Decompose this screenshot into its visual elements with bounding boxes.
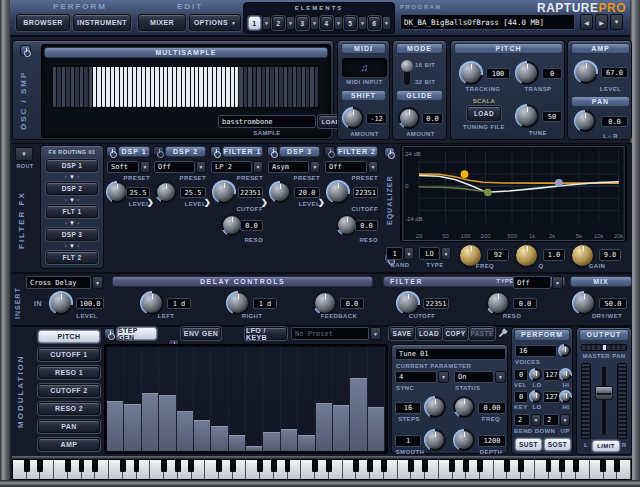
dsp2-level-value[interactable]: 25.5 — [180, 187, 206, 198]
multisample-key[interactable] — [182, 67, 185, 107]
equalizer-power-button[interactable] — [384, 147, 395, 158]
insert-filter-reso-knob[interactable] — [486, 291, 510, 315]
dsp3-preset-dropdown-icon[interactable]: ▼ — [310, 161, 320, 173]
eq-band-value[interactable]: 1 — [386, 247, 403, 260]
step-bar[interactable] — [281, 347, 298, 451]
piano-black-key[interactable] — [120, 460, 126, 472]
piano-black-key[interactable] — [518, 460, 524, 472]
piano-black-key[interactable] — [230, 460, 236, 472]
bend-down-dropdown-icon[interactable]: ▼ — [531, 414, 541, 426]
stepgen-name-field[interactable]: Tune 01 — [395, 348, 506, 360]
multisample-key[interactable] — [124, 67, 127, 107]
piano-black-key[interactable] — [79, 460, 85, 472]
stepgen-freq-knob[interactable] — [453, 396, 475, 418]
element-tab-5[interactable]: 5 — [344, 16, 357, 30]
multisample-key[interactable] — [284, 67, 287, 107]
voices-knob[interactable] — [558, 344, 571, 357]
multisample-key[interactable] — [239, 67, 242, 107]
element-6-dropdown-icon[interactable]: ▼ — [382, 16, 391, 30]
eq-band-dropdown-icon[interactable]: ▼ — [404, 247, 414, 260]
dsp1-preset-select[interactable]: Soft — [107, 161, 139, 173]
tab-env-gen[interactable]: ENV GEN — [181, 327, 221, 340]
multisample-key[interactable] — [191, 67, 194, 107]
amp-level-knob[interactable] — [574, 60, 598, 84]
multisample-key[interactable] — [186, 67, 189, 107]
eq-freq-value[interactable]: 92 — [487, 249, 509, 261]
element-5-dropdown-icon[interactable]: ▼ — [358, 16, 367, 30]
pitch-tune-knob[interactable] — [515, 104, 539, 128]
filter2-type-select[interactable]: Off — [325, 161, 367, 173]
step-bar[interactable] — [124, 347, 141, 451]
dsp2-preset-select[interactable]: Off — [154, 161, 195, 173]
stepgen-power-button[interactable] — [104, 328, 115, 339]
multisample-key[interactable] — [235, 67, 238, 107]
multisample-key[interactable] — [111, 67, 114, 107]
sample-name-field[interactable]: basstrombone — [218, 115, 316, 128]
multisample-key[interactable] — [142, 67, 145, 107]
dsp2-level-knob[interactable] — [155, 181, 177, 203]
piano-black-key[interactable] — [353, 460, 359, 472]
multisample-key[interactable] — [275, 67, 278, 107]
insert-filter-cutoff-knob[interactable] — [396, 291, 420, 315]
sync-dropdown-icon[interactable]: ▼ — [438, 371, 449, 383]
multisample-key[interactable] — [297, 67, 300, 107]
multisample-key[interactable] — [115, 67, 118, 107]
mod-target-pitch[interactable]: PITCH — [38, 330, 100, 343]
osc-power-button[interactable] — [20, 45, 31, 56]
multisample-key[interactable] — [222, 67, 225, 107]
shift-value[interactable]: -12 — [366, 113, 387, 124]
filter1-type-select[interactable]: LP 2 — [211, 161, 252, 173]
insert-level-value[interactable]: 100.0 — [76, 298, 104, 309]
program-display[interactable]: DK_BA_BigBallsOfBrass [44.0 MB] — [400, 14, 575, 30]
dsp3-level-knob[interactable] — [269, 181, 291, 203]
multisample-key[interactable] — [168, 67, 171, 107]
multisample-key[interactable] — [160, 67, 163, 107]
multisample-key[interactable] — [279, 67, 282, 107]
delay-left-value[interactable]: 1 d — [167, 298, 191, 309]
pitch-tune-value[interactable]: 50 — [542, 111, 562, 122]
filter2-power-button[interactable] — [324, 146, 335, 157]
multisample-key[interactable] — [244, 67, 247, 107]
piano-black-key[interactable] — [600, 460, 606, 472]
piano-black-key[interactable] — [367, 460, 373, 472]
master-fader-handle[interactable] — [595, 386, 613, 400]
filter1-type-dropdown-icon[interactable]: ▼ — [253, 161, 263, 173]
stepgen-freq-value[interactable]: 0.00 — [478, 402, 506, 414]
multisample-key[interactable] — [226, 67, 229, 107]
program-prev-icon[interactable]: ◀ — [580, 14, 593, 30]
filter1-power-button[interactable] — [210, 146, 221, 157]
delay-right-value[interactable]: 1 d — [253, 298, 277, 309]
multisample-key[interactable] — [66, 67, 69, 107]
smooth-knob[interactable] — [424, 429, 446, 451]
step-bar[interactable] — [263, 347, 280, 451]
rout-dropdown-icon[interactable]: ▼ — [15, 147, 33, 161]
mix-drywet-knob[interactable] — [572, 291, 596, 315]
step-bar[interactable] — [229, 347, 246, 451]
amp-level-value[interactable]: 67.0 — [601, 67, 628, 78]
mixer-button[interactable]: MIXER — [138, 14, 186, 31]
piano-black-key[interactable] — [408, 460, 414, 472]
multisample-key[interactable] — [89, 67, 92, 107]
element-1-dropdown-icon[interactable]: ▼ — [262, 16, 271, 30]
dsp3-preset-select[interactable]: Asym — [268, 161, 309, 173]
status-dropdown-icon[interactable]: ▼ — [495, 371, 506, 383]
mod-preset-select[interactable]: No Preset — [291, 327, 369, 340]
delay-feedback-knob[interactable] — [313, 291, 337, 315]
mod-paste-button[interactable]: PASTE — [469, 327, 495, 340]
insert-filter-reso-value[interactable]: 0.0 — [513, 298, 537, 309]
multisample-key[interactable] — [151, 67, 154, 107]
multisample-key[interactable] — [266, 67, 269, 107]
element-tab-4[interactable]: 4 — [320, 16, 333, 30]
step-bar[interactable] — [211, 347, 228, 451]
multisample-key[interactable] — [302, 67, 305, 107]
shift-knob[interactable] — [342, 107, 364, 129]
piano-black-key[interactable] — [477, 460, 483, 472]
dsp2-preset-dropdown-icon[interactable]: ▼ — [196, 161, 206, 173]
piano-black-key[interactable] — [92, 460, 98, 472]
mod-target-pan[interactable]: PAN — [38, 420, 100, 433]
piano-black-key[interactable] — [546, 460, 552, 472]
piano-black-key[interactable] — [257, 460, 263, 472]
element-tab-3[interactable]: 3 — [296, 16, 309, 30]
step-bar[interactable] — [246, 347, 263, 451]
multisample-key[interactable] — [262, 67, 265, 107]
